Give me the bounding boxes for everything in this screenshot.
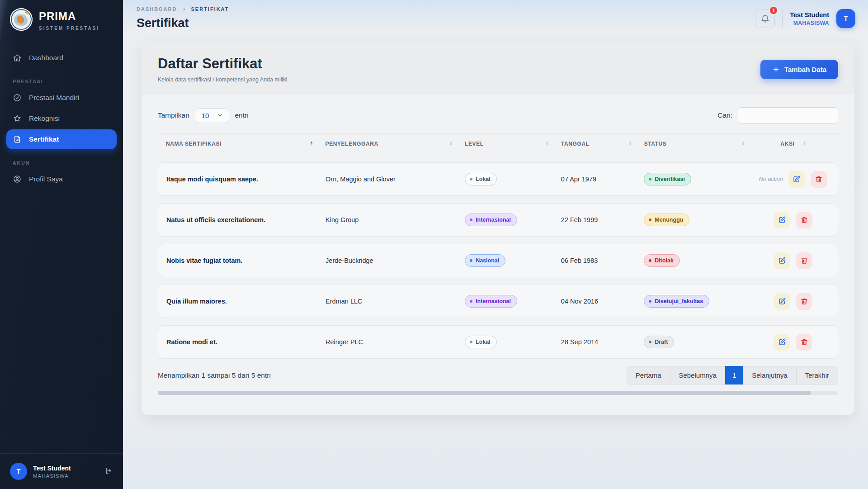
logout-button[interactable] bbox=[104, 466, 113, 477]
show-label: Tampilkan bbox=[158, 111, 189, 119]
sidebar-user-name: Test Student bbox=[33, 465, 71, 472]
user-circle-icon bbox=[13, 175, 22, 184]
card-subtitle: Kelola data sertifikasi / kompetensi yan… bbox=[158, 76, 287, 83]
status-badge: Menunggu bbox=[644, 214, 689, 226]
sort-icon: ▲▼ bbox=[741, 142, 745, 146]
pagination-first[interactable]: Pertama bbox=[627, 366, 670, 385]
cell-status: Menunggu bbox=[644, 214, 756, 226]
column-header-penyelenggara[interactable]: PENYELENGGARA ▲▼ bbox=[326, 141, 465, 147]
scrollbar-thumb[interactable] bbox=[158, 391, 811, 395]
cell-penyelenggara: Erdman LLC bbox=[326, 298, 465, 305]
star-icon bbox=[13, 114, 22, 123]
topbar-user-role: MAHASISWA bbox=[790, 20, 829, 26]
sort-icon: ▲▼ bbox=[628, 142, 632, 146]
trash-icon bbox=[800, 216, 808, 224]
edit-button[interactable] bbox=[774, 293, 790, 310]
sidebar-item-profil-saya[interactable]: Profil Saya bbox=[6, 169, 117, 189]
table-row: Natus ut officiis exercitationem. King G… bbox=[158, 203, 838, 237]
section-label-prestasi: PRESTASI bbox=[13, 79, 110, 84]
sidebar-item-prestasi-mandiri[interactable]: Prestasi Mandiri bbox=[6, 88, 117, 108]
horizontal-scrollbar bbox=[158, 391, 838, 395]
delete-button[interactable] bbox=[796, 293, 812, 310]
home-icon bbox=[13, 53, 22, 62]
delete-button[interactable] bbox=[796, 334, 812, 351]
badge-check-icon bbox=[13, 93, 22, 102]
edit-button[interactable] bbox=[774, 252, 790, 269]
page-title: Sertifikat bbox=[137, 16, 229, 30]
delete-button[interactable] bbox=[811, 171, 827, 188]
delete-button[interactable] bbox=[796, 252, 812, 269]
breadcrumb-current: SERTIFIKAT bbox=[191, 6, 229, 12]
delete-button[interactable] bbox=[796, 212, 812, 228]
cell-status: Draft bbox=[644, 336, 756, 348]
sidebar: ★ PRIMA SISTEM PRESTASI Dashboard PRESTA… bbox=[0, 0, 123, 489]
sidebar-item-label: Profil Saya bbox=[29, 175, 63, 183]
edit-icon bbox=[793, 175, 801, 183]
column-header-nama[interactable]: NAMA SERTIFIKASI ▲▼ bbox=[166, 141, 326, 147]
add-data-button[interactable]: Tambah Data bbox=[760, 60, 838, 79]
level-badge: Lokal bbox=[465, 336, 497, 348]
topbar-divider bbox=[782, 9, 783, 28]
status-badge: Draft bbox=[644, 336, 674, 348]
sort-icon: ▲▼ bbox=[802, 142, 807, 146]
sidebar-nav: Dashboard PRESTASI Prestasi Mandiri Reko… bbox=[0, 47, 123, 190]
card-title: Daftar Sertifikat bbox=[158, 56, 287, 72]
sidebar-item-label: Rekognisi bbox=[29, 114, 60, 123]
card-header: Daftar Sertifikat Kelola data sertifikas… bbox=[142, 42, 854, 95]
cell-status: Ditolak bbox=[644, 254, 756, 267]
column-header-level[interactable]: LEVEL ▲▼ bbox=[465, 141, 561, 147]
avatar[interactable]: T bbox=[836, 9, 855, 28]
page-size-select[interactable]: 10 bbox=[195, 108, 230, 123]
column-header-tanggal[interactable]: TANGGAL ▲▼ bbox=[561, 141, 644, 147]
sidebar-item-rekognisi[interactable]: Rekognisi bbox=[6, 109, 117, 128]
cell-status: Disetujui_fakultas bbox=[644, 295, 756, 308]
cell-tanggal: 04 Nov 2016 bbox=[561, 298, 644, 305]
breadcrumb-dashboard[interactable]: DASHBOARD bbox=[137, 6, 177, 12]
status-badge: Ditolak bbox=[644, 254, 680, 267]
sidebar-user-panel: T Test Student MAHASISWA bbox=[0, 453, 123, 489]
notification-count-badge: 1 bbox=[769, 6, 778, 15]
search-label: Cari: bbox=[717, 111, 732, 119]
sertifikat-card: Daftar Sertifikat Kelola data sertifikas… bbox=[142, 42, 854, 415]
breadcrumb: DASHBOARD SERTIFIKAT bbox=[137, 6, 229, 12]
search-input[interactable] bbox=[738, 107, 838, 123]
cell-penyelenggara: King Group bbox=[326, 216, 465, 223]
cell-level: Nasional bbox=[465, 254, 561, 267]
cell-nama: Natus ut officiis exercitationem. bbox=[166, 216, 326, 223]
pagination-page-1[interactable]: 1 bbox=[725, 366, 743, 385]
pagination-last[interactable]: Terakhir bbox=[796, 366, 838, 385]
main-area: DASHBOARD SERTIFIKAT Sertifikat 1 Test S… bbox=[123, 0, 868, 489]
entries-info: Menampilkan 1 sampai 5 dari 5 entri bbox=[158, 371, 271, 380]
sidebar-item-dashboard[interactable]: Dashboard bbox=[6, 48, 117, 68]
logout-icon bbox=[104, 466, 113, 475]
edit-button[interactable] bbox=[774, 334, 790, 351]
sort-icon: ▲▼ bbox=[546, 142, 550, 146]
cell-penyelenggara: Reinger PLC bbox=[326, 338, 465, 346]
entries-label: entri bbox=[235, 111, 248, 119]
cell-tanggal: 28 Sep 2014 bbox=[561, 338, 644, 346]
edit-icon bbox=[778, 338, 786, 346]
brand-title: PRIMA bbox=[39, 10, 99, 23]
status-badge: Diverifikasi bbox=[644, 173, 691, 185]
topbar-user-name: Test Student bbox=[790, 11, 829, 19]
table-header-row: NAMA SERTIFIKASI ▲▼ PENYELENGGARA ▲▼ LEV… bbox=[158, 133, 838, 154]
pagination-next[interactable]: Selanjutnya bbox=[743, 366, 796, 385]
notifications-button[interactable]: 1 bbox=[755, 9, 775, 28]
cell-penyelenggara: Orn, Maggio and Glover bbox=[326, 176, 465, 183]
level-badge: Lokal bbox=[465, 173, 497, 185]
cell-aksi bbox=[757, 334, 830, 351]
column-header-status[interactable]: STATUS ▲▼ bbox=[644, 141, 757, 147]
edit-button[interactable] bbox=[774, 212, 790, 228]
column-header-aksi[interactable]: AKSI ▲▼ bbox=[757, 141, 830, 147]
cell-aksi: No action bbox=[757, 171, 830, 188]
trash-icon bbox=[815, 175, 823, 183]
table-controls: Tampilkan 10 entri Cari: bbox=[158, 107, 838, 123]
edit-button[interactable] bbox=[788, 171, 805, 188]
pagination-previous[interactable]: Sebelumnya bbox=[670, 366, 726, 385]
trash-icon bbox=[800, 256, 808, 265]
cell-tanggal: 07 Apr 1979 bbox=[561, 176, 644, 183]
sidebar-item-sertifikat[interactable]: Sertifikat bbox=[6, 129, 117, 149]
content: Daftar Sertifikat Kelola data sertifikas… bbox=[123, 30, 868, 415]
cell-aksi bbox=[757, 212, 830, 228]
pagination: Pertama Sebelumnya 1 Selanjutnya Terakhi… bbox=[627, 366, 838, 385]
